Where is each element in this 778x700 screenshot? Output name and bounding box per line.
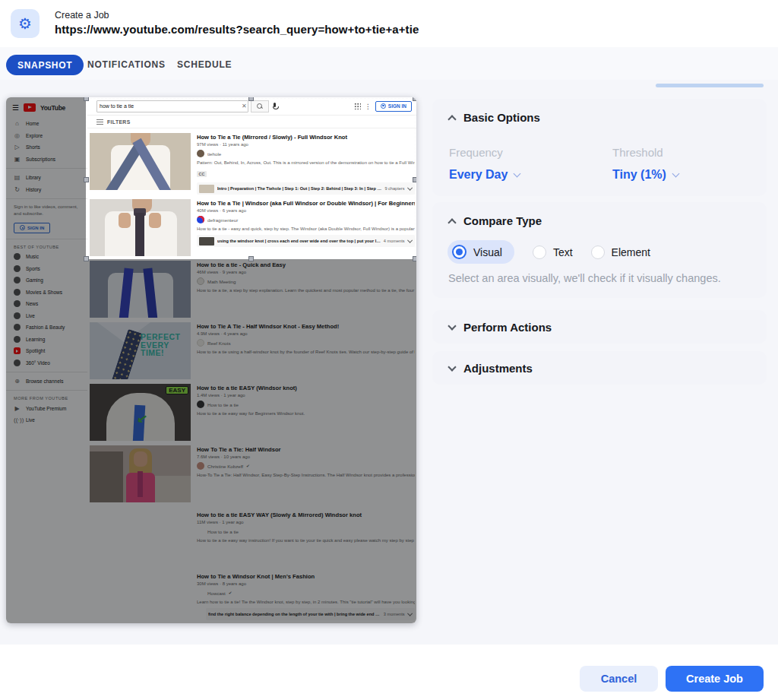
footer: Cancel Create Job bbox=[0, 645, 778, 700]
dim-overlay-bottom bbox=[86, 259, 416, 623]
job-type-tile: ⚙ bbox=[11, 9, 40, 38]
radio-text[interactable]: Text bbox=[533, 245, 573, 259]
snapshot-preview[interactable]: ☰ YouTube ⌂Home ◎Explore ▷Shorts ▣Subscr… bbox=[6, 97, 416, 623]
gear-icon: ⚙ bbox=[18, 14, 32, 33]
resize-handle-top-left[interactable] bbox=[84, 97, 89, 101]
create-job-button[interactable]: Create Job bbox=[666, 666, 764, 692]
visual-selection-area[interactable] bbox=[86, 98, 416, 259]
page-title: Create a Job bbox=[55, 10, 109, 21]
perform-actions-section: Perform Actions bbox=[432, 310, 767, 344]
compare-type-options: Visual Text Element bbox=[448, 240, 650, 264]
dim-overlay-left bbox=[6, 97, 86, 623]
resize-handle-bottom-right[interactable] bbox=[413, 256, 416, 261]
create-job-page: ⚙ Create a Job https://www.youtube.com/r… bbox=[0, 0, 778, 700]
radio-selected-icon bbox=[452, 245, 466, 259]
compare-type-section: Compare Type Visual Text Element Select … bbox=[432, 202, 767, 298]
tab-bar: SNAPSHOT NOTIFICATIONS SCHEDULE bbox=[0, 47, 778, 80]
section-title: Adjustments bbox=[463, 362, 533, 375]
chevron-down-icon bbox=[448, 321, 456, 330]
adjustments-header[interactable]: Adjustments bbox=[432, 351, 767, 375]
chevron-up-icon bbox=[448, 218, 456, 226]
section-title: Compare Type bbox=[463, 214, 542, 227]
radio-unselected-icon bbox=[591, 245, 605, 259]
resize-handle-middle-right[interactable] bbox=[413, 177, 416, 182]
basic-options-header[interactable]: Basic Options bbox=[432, 99, 767, 124]
threshold-dropdown[interactable]: Tiny (1%) bbox=[612, 168, 678, 182]
tab-snapshot[interactable]: SNAPSHOT bbox=[6, 55, 84, 75]
resize-handle-bottom-middle[interactable] bbox=[248, 256, 254, 261]
chevron-down-icon bbox=[514, 170, 521, 178]
frequency-label: Frequency bbox=[449, 146, 520, 159]
chevron-down-icon bbox=[448, 363, 456, 371]
resize-handle-middle-left[interactable] bbox=[84, 177, 89, 182]
threshold-label: Threshold bbox=[612, 146, 678, 159]
resize-handle-top-middle[interactable] bbox=[248, 97, 254, 101]
basic-options-section: Basic Options Frequency Every Day Thresh… bbox=[432, 99, 767, 196]
job-url: https://www.youtube.com/results?search_q… bbox=[55, 23, 419, 36]
app-header: ⚙ Create a Job https://www.youtube.com/r… bbox=[0, 0, 778, 47]
cancel-button[interactable]: Cancel bbox=[580, 666, 658, 692]
tab-schedule[interactable]: SCHEDULE bbox=[177, 59, 232, 70]
tab-notifications[interactable]: NOTIFICATIONS bbox=[87, 59, 166, 70]
section-title: Basic Options bbox=[463, 111, 540, 124]
chevron-down-icon bbox=[672, 170, 679, 178]
radio-visual[interactable]: Visual bbox=[448, 240, 514, 264]
frequency-dropdown[interactable]: Every Day bbox=[449, 168, 520, 182]
adjustments-section: Adjustments bbox=[432, 351, 767, 385]
resize-handle-bottom-left[interactable] bbox=[84, 256, 89, 261]
radio-element[interactable]: Element bbox=[591, 245, 650, 259]
compare-type-helper: Select an area visually, we'll check if … bbox=[448, 272, 721, 284]
perform-actions-header[interactable]: Perform Actions bbox=[432, 310, 767, 334]
compare-type-header[interactable]: Compare Type bbox=[432, 202, 767, 227]
chevron-up-icon bbox=[448, 115, 456, 123]
radio-unselected-icon bbox=[533, 245, 546, 259]
section-title: Perform Actions bbox=[463, 321, 552, 334]
resize-handle-top-right[interactable] bbox=[413, 97, 416, 101]
panel-scrollbar[interactable] bbox=[656, 84, 764, 87]
